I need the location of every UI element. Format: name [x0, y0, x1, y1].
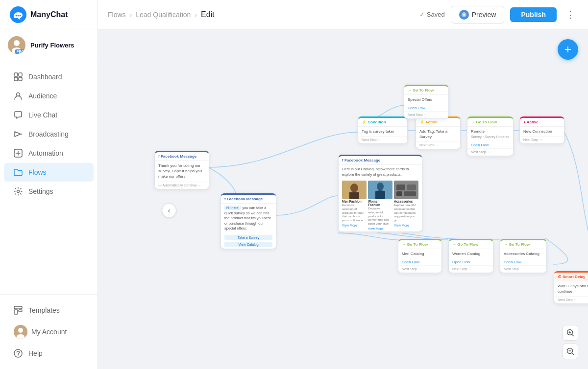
sidebar-item-broadcasting[interactable]: Broadcasting — [4, 125, 94, 143]
svg-rect-33 — [396, 191, 402, 196]
node-goto-men-catalog[interactable]: → Go To Flow Men Catalog Open Flow Next … — [398, 239, 442, 273]
zoom-in-button[interactable] — [563, 325, 578, 341]
open-flow-link[interactable]: Open Flow — [408, 106, 425, 110]
svg-point-1 — [16, 15, 17, 16]
sidebar-item-myaccount[interactable]: My Account — [4, 320, 94, 344]
node-body: Thank you for taking our survey. Hope it… — [155, 161, 209, 182]
node-footer: Next Step → — [500, 265, 546, 273]
saved-status: ✓ Saved — [419, 11, 445, 18]
node-footer: Next Step → — [398, 265, 441, 273]
svg-point-3 — [20, 15, 21, 16]
sidebar-item-settings[interactable]: Settings — [4, 182, 94, 201]
sidebar-item-dashboard[interactable]: Dashboard — [4, 68, 94, 86]
node-body: Accessories Catalog — [500, 249, 546, 258]
account-name: Purify Flowers — [30, 42, 74, 49]
node-goto-special-offers[interactable]: → Go To Flow Special Offers Open Flow Ne… — [404, 85, 449, 119]
account-switcher[interactable]: PRO Purify Flowers — [0, 29, 98, 61]
catalog-button: View Catalog — [224, 242, 272, 247]
templates-icon — [14, 306, 23, 315]
node-header: f Facebook Message — [155, 152, 209, 161]
saved-text: Saved — [427, 11, 445, 18]
sidebar-item-help[interactable]: Help — [4, 344, 94, 363]
open-flow-link[interactable]: Open Flow — [504, 260, 521, 264]
preview-label: Preview — [472, 11, 496, 19]
sidebar-item-label: Templates — [28, 306, 60, 314]
sidebar-item-templates[interactable]: Templates — [4, 301, 94, 320]
node-goto-women-catalog[interactable]: → Go To Flow Women Catalog Open Flow Nex… — [448, 239, 493, 273]
women-fashion-image — [368, 181, 392, 199]
sidebar-item-label: My Account — [31, 328, 67, 336]
node-fb-message-1[interactable]: f Facebook Message Thank you for taking … — [154, 151, 209, 189]
svg-point-24 — [463, 14, 465, 16]
breadcrumb-leadqual[interactable]: Lead Qualification — [136, 11, 191, 19]
broadcast-icon — [14, 130, 23, 138]
women-link[interactable]: View More — [368, 227, 392, 231]
node-action-1[interactable]: ⚡ Action Add Tag: Take a Survey Next Ste… — [416, 116, 461, 149]
women-desc: Exclusive selection of products for wome… — [368, 207, 392, 226]
men-desc: Exclusive selection of products for man … — [342, 204, 367, 223]
flow-canvas: + ‹ — [98, 29, 588, 369]
sidebar-item-label: Audience — [28, 92, 57, 100]
node-header: → Go To Flow — [398, 240, 441, 249]
node-header: → Go To Flow — [500, 240, 546, 249]
node-body: Special Offers — [404, 95, 448, 104]
node-goto-remote[interactable]: → Go To Flow RemoteSurvey › Survey Updat… — [467, 116, 514, 156]
sidebar-item-flows[interactable]: Flows — [4, 163, 94, 182]
node-active-1[interactable]: ● Active New Connection Next Step → — [519, 116, 564, 144]
sidebar-item-automation[interactable]: Automation — [4, 144, 94, 162]
open-flow-link[interactable]: Open Flow — [402, 260, 419, 264]
svg-point-2 — [18, 15, 19, 16]
breadcrumb-flows[interactable]: Flows — [108, 11, 126, 19]
sidebar: ManyChat PRO Purify Flowers — [0, 0, 98, 369]
zoom-out-button[interactable] — [563, 344, 578, 359]
sidebar-item-livechat[interactable]: Live Chat — [4, 106, 94, 124]
pro-badge: PRO — [15, 49, 25, 54]
svg-rect-10 — [19, 77, 22, 81]
accessories-desc: Explore beautiful accessories that can c… — [394, 204, 418, 223]
node-body: New Connection — [520, 127, 564, 136]
breadcrumb-current: Edit — [201, 10, 215, 19]
men-label: Men Fashion — [342, 199, 367, 204]
node-header: → Go To Flow — [467, 118, 513, 127]
node-smart-delay[interactable]: ⏱ Smart Delay Wait 3 Days and then conti… — [554, 271, 588, 304]
accessories-link[interactable]: View More — [394, 224, 418, 227]
breadcrumb: Flows › Lead Qualification › Edit — [108, 10, 419, 19]
publish-button[interactable]: Publish — [510, 7, 557, 22]
settings-icon — [14, 187, 23, 196]
breadcrumb-sep-2: › — [195, 11, 197, 19]
node-footer: Next Step → — [520, 136, 564, 143]
node-goto-accessories-catalog[interactable]: → Go To Flow Accessories Catalog Open Fl… — [500, 239, 547, 273]
sidebar-item-audience[interactable]: Audience — [4, 87, 94, 105]
svg-rect-31 — [396, 184, 405, 190]
open-flow-link[interactable]: Open Flow — [452, 260, 470, 264]
svg-rect-7 — [14, 73, 18, 76]
person-icon — [14, 92, 23, 100]
automation-icon — [14, 149, 23, 158]
manychat-logo-icon — [10, 6, 26, 23]
sidebar-nav: Dashboard Audience Live Chat — [0, 61, 98, 294]
svg-rect-18 — [19, 310, 22, 312]
more-options-button[interactable]: ⋮ — [563, 7, 578, 23]
node-fb-message-2[interactable]: f Facebook Message Hi there! you can tak… — [220, 193, 276, 249]
node-header: → Go To Flow — [404, 86, 448, 95]
men-link[interactable]: View More — [342, 224, 367, 227]
accessories-image — [394, 181, 418, 199]
node-header: ● Active — [520, 118, 564, 127]
node-fb-catalog[interactable]: f Facebook Message Here is our Catalog, … — [338, 155, 422, 232]
node-body: Men Catalog — [398, 249, 441, 258]
logo-text: ManyChat — [30, 10, 68, 19]
svg-rect-27 — [349, 192, 359, 199]
preview-button[interactable]: Preview — [451, 6, 505, 23]
open-flow-link[interactable]: Open Flow — [471, 143, 489, 147]
node-body: Hi there! you can take a quick survey so… — [221, 204, 276, 233]
help-icon — [14, 349, 23, 358]
accessories-label: Accessories — [394, 199, 418, 204]
survey-button: Take a Survey — [224, 235, 272, 240]
sidebar-item-label: Live Chat — [28, 111, 57, 119]
svg-rect-8 — [19, 73, 22, 76]
node-footer: — Automatically continue → — [155, 182, 209, 189]
add-node-button[interactable]: + — [558, 39, 578, 60]
node-condition-1[interactable]: ⚡ Condition Tag is survey taker Next Ste… — [358, 116, 408, 144]
canvas-nav-arrow[interactable]: ‹ — [162, 203, 176, 218]
svg-rect-32 — [407, 184, 416, 190]
